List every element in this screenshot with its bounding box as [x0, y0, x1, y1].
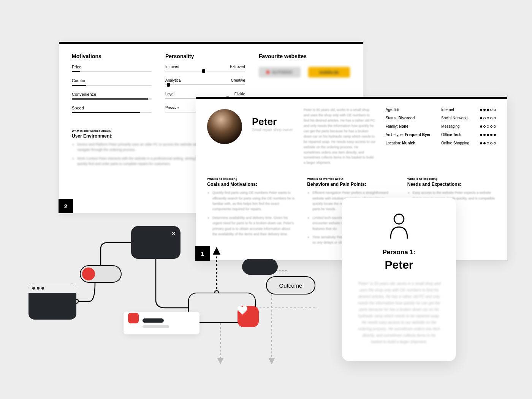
- flow-dark-node: ✕: [131, 226, 180, 259]
- heart-icon: [238, 306, 247, 315]
- rating-dots: [480, 141, 496, 146]
- persona-summary-card: Persona 1: Peter "Peter" is 55 years old…: [342, 198, 456, 361]
- flow-diagram: ✕ Outcome: [28, 226, 325, 386]
- fav-logo: AUTODOC: [259, 67, 301, 78]
- persona-name: Peter: [252, 116, 294, 128]
- flow-pill-node: [242, 259, 278, 275]
- personality-row: AnalyticalCreative: [165, 78, 245, 85]
- tech-label: Internet: [441, 108, 469, 112]
- favourites-title: Favourite websites: [259, 53, 350, 59]
- flow-card-node: [124, 312, 200, 334]
- section-tag: What is she worried about?: [72, 129, 204, 133]
- persona-avatar: [207, 109, 242, 144]
- motivations-title: Motivations: [72, 53, 152, 59]
- flow-heart-badge: [238, 306, 259, 327]
- close-icon: ✕: [171, 230, 176, 237]
- persona-card-body: "Peter" is 55 years old, works in a smal…: [356, 280, 442, 345]
- card-number-badge: 2: [59, 199, 73, 213]
- persona-card-label: Persona 1:: [356, 249, 442, 256]
- section-tag: What is he worried about: [307, 177, 396, 180]
- tech-label: Offline Tech: [441, 133, 469, 138]
- fact-row: Archetype: Frequent Byer: [386, 133, 431, 138]
- rating-dots: [480, 124, 496, 129]
- motivation-item: Speed: [72, 106, 152, 113]
- persona-bio: Peter is 55 years old, works in a small …: [304, 108, 376, 166]
- motivation-item: Comfort: [72, 78, 152, 86]
- persona-subtitle: Small repair shop owner: [252, 128, 294, 132]
- rating-dots: [480, 108, 496, 112]
- persona-card-name: Peter: [356, 258, 442, 271]
- fav-logo: mobile.de: [308, 67, 350, 78]
- motivation-label: Convenience: [72, 92, 152, 97]
- rating-dots: [480, 133, 496, 138]
- tech-label: Messaging: [441, 124, 469, 129]
- fact-row: Age: 55: [386, 108, 431, 112]
- motivation-item: Convenience: [72, 92, 152, 100]
- section-title: Goals and Motivations:: [207, 182, 296, 187]
- flow-window-node: [28, 283, 76, 320]
- motivation-item: Price: [72, 65, 152, 72]
- section-title: Behaviors and Pain Points:: [307, 182, 396, 187]
- person-icon: [388, 213, 410, 239]
- flow-toggle-node: [80, 265, 122, 283]
- motivation-label: Price: [72, 65, 152, 69]
- persona-facts: Age: 55Status: DivorcedFamily: NoneArche…: [386, 108, 496, 149]
- motivation-label: Comfort: [72, 78, 152, 83]
- section-tag: What is he expecting: [407, 177, 496, 180]
- rating-dots: [480, 116, 496, 121]
- tech-label: Online Shopping: [441, 141, 469, 146]
- star-icon: [128, 313, 139, 323]
- motivation-label: Speed: [72, 106, 152, 110]
- blurred-text: Device and Platform Peter primarily uses…: [72, 142, 204, 167]
- section-title: Needs and Expectations:: [407, 182, 496, 187]
- tech-label: Social Networks: [441, 116, 469, 121]
- fact-row: Location: Munich: [386, 141, 431, 146]
- fact-row: Family: None: [386, 124, 431, 129]
- section-title: User Environment:: [72, 133, 204, 139]
- svg-point-0: [394, 214, 404, 224]
- flow-outcome-node: Outcome: [266, 276, 315, 294]
- section-tag: What is he expecting: [207, 177, 296, 180]
- personality-title: Personality: [165, 53, 245, 59]
- fact-row: Status: Divorced: [386, 116, 431, 121]
- personality-row: IntrovertExtrovert: [165, 65, 245, 71]
